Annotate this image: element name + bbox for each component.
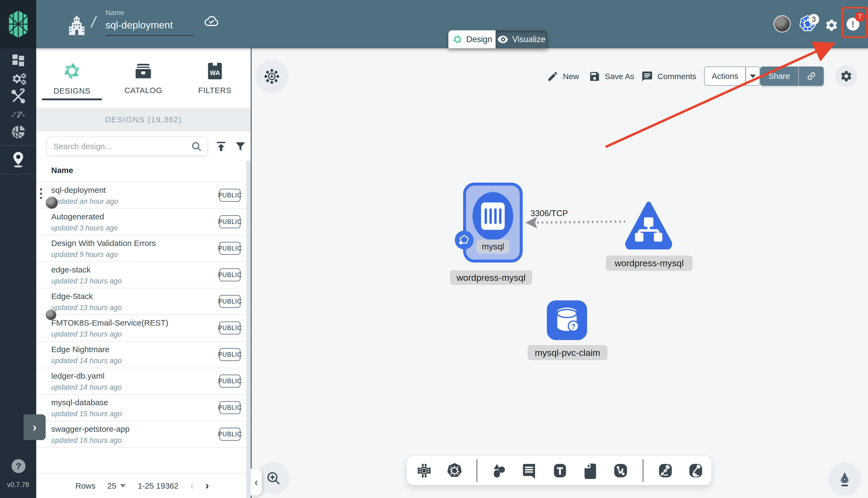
link-tool-icon[interactable] (612, 462, 630, 480)
sidebar-item-performance[interactable] (0, 107, 36, 119)
design-row[interactable]: Autogenerated updated 3 hours ago PUBLIC (36, 209, 250, 235)
settings-icon[interactable] (825, 18, 839, 32)
new-button[interactable]: New (547, 68, 579, 84)
actions-button[interactable]: Actions (704, 67, 746, 85)
upload-design-icon[interactable] (215, 140, 227, 153)
kubernetes-context-badge[interactable]: 3 (808, 14, 819, 25)
extensions-icon (10, 124, 27, 141)
design-row[interactable]: Edge-Stack updated 13 hours ago PUBLIC (36, 289, 250, 315)
design-updated: updated 9 hours ago (51, 250, 118, 259)
design-name[interactable]: Design With Validation Errors (51, 239, 156, 248)
design-updated: updated 16 hours ago (51, 436, 122, 445)
tab-designs-label: DESIGNS (53, 87, 90, 95)
design-row[interactable]: swagger-petstore-app updated 16 hours ag… (36, 421, 250, 448)
help-button[interactable]: ? (12, 459, 26, 473)
share-split-button[interactable]: Share (760, 66, 824, 86)
node-label-mysql-pvc-claim[interactable]: mysql-pvc-claim (528, 345, 608, 360)
page-size-select[interactable]: 25 (107, 481, 126, 490)
search-input[interactable] (53, 142, 191, 151)
notes-tool-icon[interactable] (581, 462, 599, 480)
tab-filters[interactable]: WA FILTERS (179, 48, 250, 108)
comment-tool-icon[interactable] (521, 462, 539, 480)
rail-expand-toggle[interactable]: › (24, 414, 46, 440)
design-row[interactable]: sql-deployment updated an hour ago PUBLI… (36, 182, 250, 209)
comments-label: Comments (657, 72, 696, 81)
share-button[interactable]: Share (760, 66, 798, 86)
next-page-button[interactable]: › (206, 480, 209, 492)
design-row[interactable]: edge-stack updated 13 hours ago PUBLIC (36, 262, 250, 289)
tab-design[interactable]: Design (448, 30, 495, 48)
design-name-value[interactable]: sql-deployment (105, 19, 194, 31)
visibility-badge: PUBLIC (220, 322, 241, 335)
actions-split-button[interactable]: Actions (704, 66, 760, 86)
design-updated: updated 14 hours ago (51, 383, 122, 392)
canvas-cluster-button[interactable] (255, 60, 288, 93)
dashboard-icon (11, 53, 26, 68)
tab-catalog[interactable]: CATALOG (107, 48, 179, 108)
design-name[interactable]: Edge-Stack (51, 292, 93, 301)
components-icon[interactable] (415, 462, 433, 480)
design-row[interactable]: Design With Validation Errors updated 9 … (36, 235, 250, 262)
visibility-badge: PUBLIC (220, 268, 241, 281)
search-box[interactable] (47, 136, 208, 156)
node-label-wordpress-mysql[interactable]: wordpress-mysql (606, 255, 692, 271)
dock-divider (477, 459, 477, 482)
tab-designs[interactable]: DESIGNS (36, 48, 107, 108)
active-tab-underline (42, 99, 102, 100)
design-name[interactable]: ledger-db.yaml (51, 371, 104, 381)
edge-mysql-service[interactable] (523, 214, 628, 231)
design-updated: updated 13 hours ago (51, 304, 122, 312)
text-tool-icon[interactable] (551, 462, 569, 480)
design-canvas[interactable]: New Save As Comments Actions Share (253, 48, 868, 498)
shapes-icon[interactable] (491, 462, 508, 480)
row-menu-icon[interactable] (40, 188, 43, 199)
design-name[interactable]: sql-deployment (51, 186, 106, 195)
node-mysql-pvc-claim[interactable]: ? (547, 300, 587, 340)
freehand-draw-icon[interactable] (687, 462, 704, 480)
sidebar-item-extensions[interactable] (0, 124, 36, 141)
meshery-logo[interactable] (0, 0, 36, 48)
sidebar-item-lifecycle[interactable] (0, 70, 36, 88)
design-name[interactable]: FMTOK8S-Email-Service(REST) (51, 318, 168, 327)
designs-list: sql-deployment updated an hour ago PUBLI… (36, 182, 250, 448)
design-row[interactable]: Edge Nightmare updated 14 hours ago PUBL… (36, 342, 250, 368)
kubernetes-icon[interactable] (446, 462, 463, 480)
node-wordpress-mysql-service[interactable] (624, 201, 673, 249)
drawing-mode-button[interactable] (828, 463, 861, 496)
actions-dropdown-toggle[interactable] (746, 67, 760, 85)
design-name[interactable]: Edge Nightmare (51, 345, 109, 354)
previous-page-button[interactable]: ‹ (190, 480, 194, 492)
organization-icon[interactable] (65, 14, 88, 37)
search-icon[interactable] (191, 141, 202, 152)
designs-panel: DESIGNS CATALOG WA FILTERS DESIGNS (19,3… (36, 48, 252, 498)
design-name[interactable]: Autogenerated (51, 212, 104, 221)
panel-collapse-toggle[interactable]: ‹ (250, 469, 262, 496)
zoom-in-button[interactable] (257, 462, 289, 494)
design-name[interactable]: swagger-petstore-app (51, 424, 130, 434)
design-updated: updated 14 hours ago (51, 357, 122, 365)
comments-button[interactable]: Comments (641, 68, 696, 84)
sidebar-item-dashboard[interactable] (0, 53, 36, 68)
tab-visualize[interactable]: Visualize (495, 30, 547, 48)
design-name[interactable]: edge-stack (51, 265, 91, 274)
design-name-label: Name (105, 9, 194, 17)
pen-tool-icon[interactable] (657, 462, 674, 480)
design-name[interactable]: mysql-database (51, 398, 108, 407)
design-row[interactable]: ledger-db.yaml updated 14 hours ago PUBL… (36, 368, 250, 395)
save-as-button[interactable]: Save As (589, 68, 634, 84)
user-avatar[interactable] (774, 15, 791, 32)
canvas-settings-button[interactable] (835, 65, 857, 87)
cloud-sync-icon[interactable] (203, 14, 220, 27)
panel-scrollbar[interactable] (246, 161, 250, 498)
design-row[interactable]: mysql-database updated 15 hours ago PUBL… (36, 395, 250, 421)
copy-link-button[interactable] (798, 66, 824, 86)
node-label-wordpress-mysql[interactable]: wordpress-mysql (450, 270, 532, 285)
design-row[interactable]: FMTOK8S-Email-Service(REST) updated 13 h… (36, 315, 250, 342)
node-mysql-deployment[interactable]: mysql (463, 183, 523, 263)
tab-design-label: Design (466, 35, 492, 44)
speedometer-icon (10, 107, 26, 119)
sidebar-item-configuration[interactable] (0, 89, 36, 105)
visualize-eye-icon (497, 35, 509, 44)
sidebar-item-kanvas[interactable] (0, 151, 36, 168)
filter-icon[interactable] (234, 140, 247, 153)
